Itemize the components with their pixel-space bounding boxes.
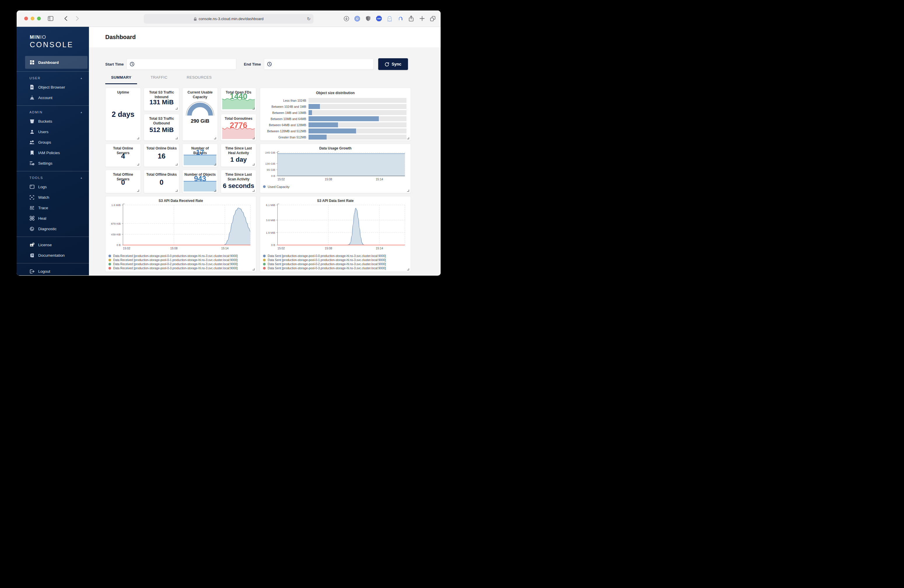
resize-handle[interactable] — [407, 268, 409, 270]
sidebar-item-iam-policies[interactable]: IAM Policies — [17, 147, 89, 158]
sidebar-item-dashboard[interactable]: Dashboard — [25, 56, 87, 69]
scan-value: 6 seconds — [221, 182, 256, 190]
sidebar-section-admin[interactable]: ADMIN ▲ — [17, 109, 89, 116]
close-window-button[interactable] — [24, 17, 28, 20]
address-bar[interactable]: console.ns-3.cloud.min.dev/dashboard ↻ — [144, 14, 313, 24]
bar-row: Between 1024B and 1MB — [264, 103, 406, 110]
sidebar-toggle-icon[interactable] — [46, 14, 55, 23]
sidebar-divider — [17, 71, 89, 72]
tab-summary[interactable]: SUMMARY — [105, 75, 137, 84]
dashboard-icon — [30, 60, 35, 65]
sidebar-section-tools[interactable]: TOOLS ▲ — [17, 174, 89, 181]
resize-handle[interactable] — [175, 137, 178, 139]
ghostery-extension-icon[interactable] — [385, 14, 394, 23]
sidebar-item-object-browser[interactable]: Object Browser — [17, 82, 89, 92]
sidebar-item-groups[interactable]: Groups — [17, 137, 89, 147]
sidebar-item-trace[interactable]: Trace — [17, 202, 89, 213]
resize-handle[interactable] — [137, 190, 139, 192]
minimize-window-button[interactable] — [31, 17, 35, 20]
usable-capacity-card: Current Usable Capacity 290 GiB — [182, 88, 218, 141]
sidebar-item-label: Logout — [38, 269, 50, 274]
legend-label: Data Received [production-storage-pool-0… — [113, 259, 238, 262]
legend-dot — [109, 263, 111, 265]
resize-handle[interactable] — [214, 137, 216, 139]
sidebar-item-license[interactable]: License — [17, 240, 89, 250]
legend-dot — [263, 185, 266, 188]
sidebar-item-heal[interactable]: Heal — [17, 213, 89, 224]
sidebar-item-account[interactable]: Account — [17, 92, 89, 103]
dashboard-content: Start Time End Time — [89, 48, 441, 272]
back-button[interactable] — [61, 14, 70, 23]
sidebar-section-user[interactable]: USER ▲ — [17, 74, 89, 82]
tab-overview-icon[interactable] — [428, 14, 437, 23]
resize-handle[interactable] — [253, 107, 254, 110]
tab-traffic[interactable]: TRAFFIC — [145, 75, 173, 84]
reload-icon[interactable]: ↻ — [307, 16, 311, 22]
page-header: Dashboard — [89, 27, 441, 48]
bar-row: Between 128MB and 512MB — [264, 128, 406, 134]
online-servers-value: 4 — [106, 152, 141, 160]
zoom-window-button[interactable] — [37, 17, 41, 20]
logout-icon — [30, 269, 35, 274]
logo-brand-bold: MIN — [30, 35, 40, 40]
forward-button[interactable] — [73, 14, 82, 23]
arc-extension-icon[interactable] — [396, 14, 405, 23]
resize-handle[interactable] — [214, 164, 216, 166]
bar-row: Between 64MB and 128MB — [264, 122, 406, 128]
svg-text:6.1 MiB: 6.1 MiB — [266, 203, 275, 207]
bar-category-label: Between 64MB and 128MB — [264, 123, 308, 127]
card-title: Total Online Disks — [144, 144, 179, 151]
end-time-input[interactable] — [264, 58, 373, 69]
sidebar-item-users[interactable]: Users — [17, 126, 89, 137]
resize-handle[interactable] — [253, 190, 254, 192]
sidebar-item-logs[interactable]: Logs — [17, 181, 89, 192]
resize-handle[interactable] — [407, 190, 409, 192]
start-time-input[interactable] — [126, 58, 236, 69]
bar-row: Greater than 512MB — [264, 134, 406, 140]
sidebar-item-logout[interactable]: Logout — [17, 266, 89, 275]
bar-track — [308, 110, 406, 115]
bar-track — [308, 135, 406, 140]
resize-handle[interactable] — [253, 137, 254, 139]
section-title: USER — [30, 76, 41, 80]
share-icon[interactable] — [407, 14, 416, 23]
resize-handle[interactable] — [253, 268, 254, 270]
resize-handle[interactable] — [175, 190, 178, 192]
tab-resources[interactable]: RESOURCES — [181, 75, 218, 84]
downloads-icon[interactable] — [342, 14, 351, 23]
resize-handle[interactable] — [175, 107, 178, 110]
svg-text:15:14: 15:14 — [221, 247, 229, 250]
adblock-plus-extension-icon[interactable]: ABP — [375, 14, 383, 23]
shield-extension-icon[interactable] — [363, 14, 372, 23]
svg-text:15:08: 15:08 — [170, 247, 178, 250]
resize-handle[interactable] — [137, 164, 139, 166]
heal-activity-card: Time Since Last Heal Activity 1 day — [221, 143, 256, 167]
clock-icon — [130, 62, 134, 66]
sidebar-item-diagnostic[interactable]: Diagnostic — [17, 224, 89, 234]
sidebar-item-documentation[interactable]: Documentation — [17, 250, 89, 260]
sidebar-item-settings[interactable]: Settings — [17, 158, 89, 169]
svg-text:15:08: 15:08 — [325, 247, 332, 250]
resize-handle[interactable] — [175, 164, 178, 166]
svg-text:0 B: 0 B — [271, 174, 275, 177]
new-tab-icon[interactable] — [417, 14, 426, 23]
bar-track — [308, 104, 406, 109]
legend-label: Data Sent [production-storage-pool-0-1.p… — [268, 259, 386, 262]
legend-label: Data Received [production-storage-pool-0… — [113, 263, 238, 266]
sidebar-item-watch[interactable]: Watch — [17, 192, 89, 202]
buckets-value: 17 — [184, 148, 217, 157]
collapse-caret-icon: ▲ — [80, 177, 83, 179]
sidebar-item-label: Users — [38, 130, 48, 134]
sidebar-item-label: Logs — [38, 185, 47, 189]
trace-icon — [30, 206, 35, 210]
resize-handle[interactable] — [214, 190, 216, 192]
resize-handle[interactable] — [407, 137, 409, 139]
window-controls — [24, 17, 41, 20]
sidebar-item-buckets[interactable]: Buckets — [17, 116, 89, 126]
resize-handle[interactable] — [137, 137, 139, 139]
online-servers-card: Total Online Servers 4 — [105, 143, 141, 167]
sync-button[interactable]: Sync — [378, 58, 408, 70]
sidebar-item-label: Settings — [38, 161, 52, 166]
password-manager-extension-icon[interactable] — [353, 14, 362, 23]
resize-handle[interactable] — [253, 164, 254, 166]
